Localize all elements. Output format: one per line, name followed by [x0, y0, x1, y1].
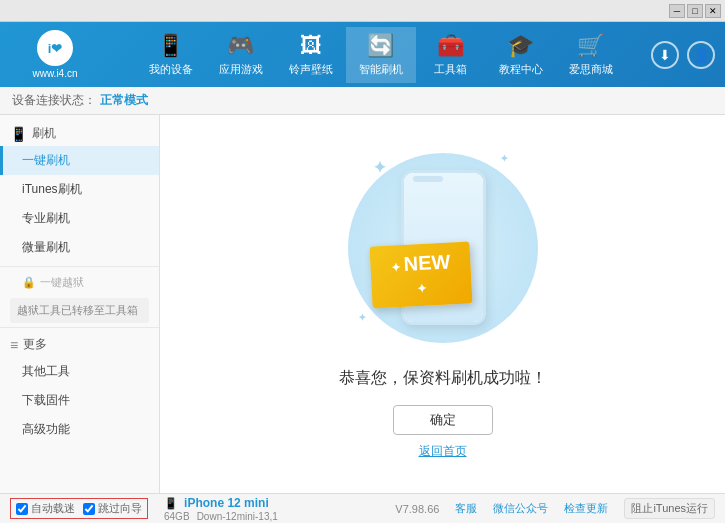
nav-apps-label: 应用游戏: [219, 62, 263, 77]
nav-wallpaper-label: 铃声壁纸: [289, 62, 333, 77]
tutorial-icon: 🎓: [507, 33, 534, 59]
maximize-btn[interactable]: □: [687, 4, 703, 18]
phone-illustration: ✦ ✦ ✦ NEW: [343, 148, 543, 348]
main-content: ✦ ✦ ✦ NEW 恭喜您，保资料刷机成功啦！ 确定 返回首页: [160, 115, 725, 493]
bottom-right: V7.98.66 客服 微信公众号 检查更新 阻止iTunes运行: [395, 498, 715, 519]
wallpaper-icon: 🖼: [300, 33, 322, 59]
nav-toolbox-label: 工具箱: [434, 62, 467, 77]
confirm-button[interactable]: 确定: [393, 405, 493, 435]
new-banner: NEW: [369, 241, 472, 308]
wizard-checkbox[interactable]: [83, 503, 95, 515]
nav-smart-flash[interactable]: 🔄 智能刷机: [346, 27, 416, 83]
divider-2: [0, 327, 159, 328]
auto-startup-checkbox[interactable]: [16, 503, 28, 515]
checkbox-container: 自动载迷 跳过向导: [10, 498, 148, 519]
nav-mall[interactable]: 🛒 爱思商城: [556, 27, 626, 83]
auto-startup-checkbox-label[interactable]: 自动载迷: [16, 501, 75, 516]
nav-my-device[interactable]: 📱 我的设备: [136, 27, 206, 83]
main-area: 📱 刷机 一键刷机 iTunes刷机 专业刷机 微量刷机 🔒 一键越狱 越狱工具…: [0, 115, 725, 493]
jailbreak-label: 一键越狱: [40, 275, 84, 290]
sidebar-item-itunes-flash[interactable]: iTunes刷机: [0, 175, 159, 204]
sidebar-jailbreak-section: 🔒 一键越狱: [0, 271, 159, 294]
download-firmware-label: 下载固件: [22, 393, 70, 407]
header-right: ⬇ 👤: [651, 41, 715, 69]
title-bar: ─ □ ✕: [0, 0, 725, 22]
apps-icon: 🎮: [227, 33, 254, 59]
logo-area[interactable]: i❤ www.i4.cn: [10, 30, 100, 79]
sidebar: 📱 刷机 一键刷机 iTunes刷机 专业刷机 微量刷机 🔒 一键越狱 越狱工具…: [0, 115, 160, 493]
my-device-icon: 📱: [157, 33, 184, 59]
nav-tutorial-label: 教程中心: [499, 62, 543, 77]
sidebar-item-other-tools[interactable]: 其他工具: [0, 357, 159, 386]
check-update-link[interactable]: 检查更新: [564, 501, 608, 516]
nav-wallpaper[interactable]: 🖼 铃声壁纸: [276, 27, 346, 83]
logo-url: www.i4.cn: [32, 68, 77, 79]
flash-section-label: 刷机: [32, 125, 56, 142]
sidebar-section-flash[interactable]: 📱 刷机: [0, 121, 159, 146]
success-message: 恭喜您，保资料刷机成功啦！: [339, 368, 547, 389]
other-tools-label: 其他工具: [22, 364, 70, 378]
header: i❤ www.i4.cn 📱 我的设备 🎮 应用游戏 🖼 铃声壁纸 🔄 智能刷机…: [0, 22, 725, 87]
mall-icon: 🛒: [577, 33, 604, 59]
minimize-btn[interactable]: ─: [669, 4, 685, 18]
more-section-icon: ≡: [10, 337, 18, 353]
sidebar-item-download-firmware[interactable]: 下载固件: [0, 386, 159, 415]
version-text: V7.98.66: [395, 503, 439, 515]
wizard-checkbox-label[interactable]: 跳过向导: [83, 501, 142, 516]
nav-my-device-label: 我的设备: [149, 62, 193, 77]
more-section-label: 更多: [23, 336, 47, 353]
sidebar-section-more[interactable]: ≡ 更多: [0, 332, 159, 357]
one-click-flash-label: 一键刷机: [22, 153, 70, 167]
sidebar-item-one-click-flash[interactable]: 一键刷机: [0, 146, 159, 175]
logo-icon: i❤: [37, 30, 73, 66]
device-info: 📱 iPhone 12 mini 64GB Down-12mini-13,1: [164, 496, 278, 522]
sidebar-item-micro-flash[interactable]: 微量刷机: [0, 233, 159, 262]
device-icon: 📱: [164, 497, 178, 509]
back-link[interactable]: 返回首页: [419, 443, 467, 460]
nav-apps[interactable]: 🎮 应用游戏: [206, 27, 276, 83]
status-label: 设备连接状态：: [12, 92, 96, 109]
window-controls[interactable]: ─ □ ✕: [669, 4, 721, 18]
wizard-label: 跳过向导: [98, 501, 142, 516]
user-btn[interactable]: 👤: [687, 41, 715, 69]
bottom-bar: 自动载迷 跳过向导 📱 iPhone 12 mini 64GB Down-12m…: [0, 493, 725, 523]
nav-toolbox[interactable]: 🧰 工具箱: [416, 27, 486, 83]
jailbreak-notice: 越狱工具已转移至工具箱: [10, 298, 149, 323]
micro-flash-label: 微量刷机: [22, 240, 70, 254]
advanced-label: 高级功能: [22, 422, 70, 436]
itunes-status-btn[interactable]: 阻止iTunes运行: [624, 498, 715, 519]
toolbox-icon: 🧰: [437, 33, 464, 59]
device-firmware: Down-12mini-13,1: [197, 511, 278, 522]
close-btn[interactable]: ✕: [705, 4, 721, 18]
customer-service-link[interactable]: 客服: [455, 501, 477, 516]
auto-startup-label: 自动载迷: [31, 501, 75, 516]
nav-tutorial[interactable]: 🎓 教程中心: [486, 27, 556, 83]
device-storage: 64GB: [164, 511, 190, 522]
download-btn[interactable]: ⬇: [651, 41, 679, 69]
smart-flash-icon: 🔄: [367, 33, 394, 59]
device-name: iPhone 12 mini: [184, 496, 269, 510]
itunes-flash-label: iTunes刷机: [22, 182, 82, 196]
nav-smart-flash-label: 智能刷机: [359, 62, 403, 77]
sparkle-2: ✦: [500, 153, 508, 164]
flash-section-icon: 📱: [10, 126, 27, 142]
status-value: 正常模式: [100, 92, 148, 109]
sidebar-item-pro-flash[interactable]: 专业刷机: [0, 204, 159, 233]
sparkle-3: ✦: [358, 312, 366, 323]
phone-notch: [413, 176, 443, 182]
nav-mall-label: 爱思商城: [569, 62, 613, 77]
jailbreak-notice-text: 越狱工具已转移至工具箱: [17, 304, 138, 316]
wechat-link[interactable]: 微信公众号: [493, 501, 548, 516]
divider-1: [0, 266, 159, 267]
nav-bar: 📱 我的设备 🎮 应用游戏 🖼 铃声壁纸 🔄 智能刷机 🧰 工具箱 🎓 教程中心…: [110, 27, 651, 83]
sparkle-1: ✦: [373, 158, 386, 177]
pro-flash-label: 专业刷机: [22, 211, 70, 225]
lock-icon: 🔒: [22, 276, 36, 289]
bottom-left: 自动载迷 跳过向导 📱 iPhone 12 mini 64GB Down-12m…: [10, 496, 395, 522]
status-bar: 设备连接状态： 正常模式: [0, 87, 725, 115]
sidebar-item-advanced[interactable]: 高级功能: [0, 415, 159, 444]
